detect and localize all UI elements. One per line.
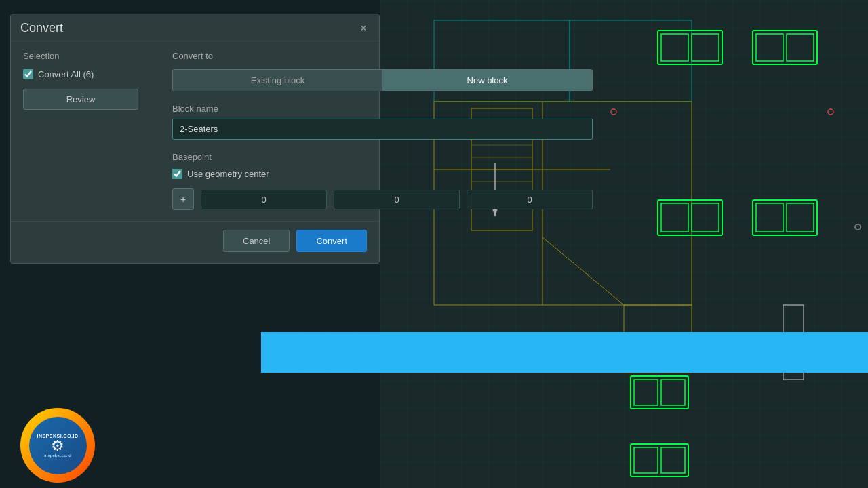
- svg-rect-22: [787, 34, 814, 61]
- svg-rect-32: [631, 444, 688, 476]
- pick-point-button[interactable]: +: [172, 188, 194, 210]
- logo-text-bottom: inspeksi.co.id: [44, 453, 71, 458]
- svg-rect-28: [787, 203, 814, 232]
- convert-all-label: Convert All (6): [38, 69, 94, 79]
- existing-block-button[interactable]: Existing block: [173, 70, 382, 91]
- dialog-content: Selection Convert All (6) Review Convert…: [11, 41, 379, 221]
- svg-rect-34: [661, 447, 685, 473]
- svg-rect-20: [753, 30, 817, 64]
- blue-banner: [261, 332, 868, 373]
- svg-line-16: [542, 237, 624, 305]
- svg-rect-23: [658, 200, 722, 235]
- svg-rect-31: [661, 380, 685, 405]
- svg-rect-26: [753, 200, 817, 235]
- convert-to-label: Convert to: [172, 51, 593, 61]
- basepoint-label: Basepoint: [172, 152, 593, 162]
- logo-inner-circle: INSPEKSI.CO.ID ⚙ inspeksi.co.id: [29, 417, 87, 474]
- selection-label: Selection: [23, 51, 138, 61]
- dialog-footer: Cancel Convert: [11, 221, 379, 263]
- convert-dialog: Convert × Selection Convert All (6) Revi…: [10, 14, 380, 264]
- svg-point-35: [611, 109, 616, 115]
- svg-rect-25: [692, 203, 719, 232]
- svg-point-36: [828, 109, 833, 115]
- svg-rect-17: [658, 30, 722, 64]
- selection-panel: Selection Convert All (6) Review: [23, 51, 138, 210]
- convert-all-row: Convert All (6): [23, 69, 138, 79]
- use-geometry-center-row: Use geometry center: [172, 169, 593, 179]
- z-coord-input[interactable]: [467, 190, 593, 209]
- new-block-button[interactable]: New block: [382, 70, 592, 91]
- svg-rect-27: [756, 203, 783, 232]
- cancel-button[interactable]: Cancel: [223, 230, 290, 252]
- block-name-label: Block name: [172, 104, 593, 114]
- coordinate-row: +: [172, 188, 593, 210]
- block-type-toggle: Existing block New block: [172, 69, 593, 92]
- dialog-title: Convert: [20, 21, 63, 35]
- svg-rect-21: [756, 34, 783, 61]
- x-coord-input[interactable]: [201, 190, 327, 209]
- svg-rect-24: [661, 203, 688, 232]
- convert-button[interactable]: Convert: [296, 230, 367, 252]
- use-geometry-center-checkbox[interactable]: [172, 169, 182, 179]
- block-name-input[interactable]: [172, 119, 593, 140]
- logo-outer-ring: INSPEKSI.CO.ID ⚙ inspeksi.co.id: [20, 408, 95, 483]
- logo-icon: ⚙: [51, 439, 64, 453]
- svg-point-37: [855, 224, 861, 230]
- svg-rect-19: [692, 34, 719, 61]
- convert-all-checkbox[interactable]: [23, 69, 33, 79]
- review-button[interactable]: Review: [23, 89, 138, 110]
- use-geometry-center-label: Use geometry center: [187, 169, 269, 179]
- logo-overlay: INSPEKSI.CO.ID ⚙ inspeksi.co.id: [20, 408, 95, 483]
- dialog-titlebar: Convert ×: [11, 14, 379, 41]
- svg-rect-30: [634, 380, 658, 405]
- svg-rect-29: [631, 376, 688, 409]
- y-coord-input[interactable]: [334, 190, 460, 209]
- convert-to-panel: Convert to Existing block New block Bloc…: [172, 51, 593, 210]
- close-button[interactable]: ×: [357, 22, 370, 35]
- svg-rect-18: [661, 34, 688, 61]
- svg-rect-33: [634, 447, 658, 473]
